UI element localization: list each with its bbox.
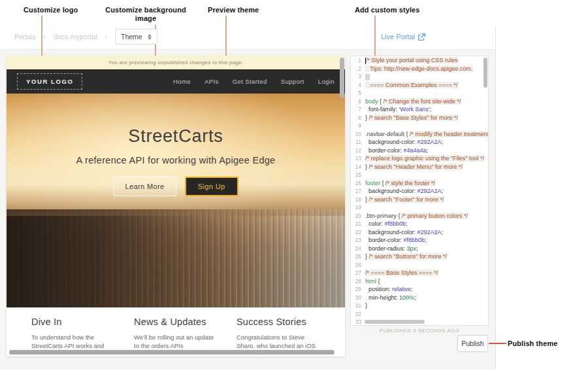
- code-line[interactable]: 23 border-color: #f8bb0b;: [351, 236, 488, 245]
- code-line[interactable]: 1/* Style your portal using CSS rules: [351, 56, 488, 65]
- publish-button[interactable]: Publish: [457, 335, 488, 352]
- code-line[interactable]: 9: [351, 122, 488, 130]
- code-line[interactable]: 3: [351, 73, 488, 81]
- external-link-icon: [418, 33, 425, 41]
- code-line[interactable]: 4 ==== Common Examples ==== */: [351, 81, 488, 90]
- code-line[interactable]: 21 color: #f8bb0b;: [351, 220, 488, 228]
- line-number: 9: [351, 122, 364, 129]
- preview-section: Success StoriesCongratulations to Steve …: [237, 317, 339, 350]
- line-number: 24: [351, 245, 364, 252]
- editor-vscrollbar[interactable]: [483, 58, 487, 88]
- theme-select[interactable]: Theme: [115, 29, 157, 44]
- code-text: body { /* Change the font site-wide */: [364, 98, 488, 105]
- line-number: 2: [351, 65, 364, 72]
- code-line[interactable]: 14} /* search "Header Menu" for more */: [351, 163, 488, 171]
- live-portal-link[interactable]: Live Portal: [381, 33, 425, 41]
- code-line[interactable]: 30 min-height: 100%;: [351, 294, 488, 302]
- code-line[interactable]: 16footer { /* style the footer */: [351, 179, 488, 188]
- code-line[interactable]: 6body { /* Change the font site-wide */: [351, 97, 488, 106]
- code-line[interactable]: 25} /* search "Buttons" for more */: [351, 252, 488, 261]
- preview-section: Dive InTo understand how the StreetCarts…: [31, 317, 134, 350]
- code-text: /* ==== Base Styles ==== */: [364, 269, 488, 276]
- code-text: border-radius: 3px;: [364, 245, 488, 252]
- line-number: 21: [351, 220, 364, 227]
- section-heading: Success Stories: [237, 317, 339, 327]
- line-number: 29: [351, 286, 364, 292]
- line-number: 20: [351, 213, 364, 219]
- code-text: color: #f8bb0b;: [364, 220, 488, 227]
- preview-hscrollbar[interactable]: [9, 350, 335, 355]
- line-number: 33: [351, 319, 364, 325]
- nav-link-login[interactable]: Login: [318, 78, 335, 85]
- code-text: .navbar-default { /* modify the header t…: [364, 131, 488, 137]
- code-line[interactable]: 8} /* search "Base Styles" for more */: [351, 114, 488, 122]
- preview-vscrollbar[interactable]: [340, 58, 344, 98]
- annotation-connector-publish: [489, 343, 506, 344]
- your-logo-placeholder[interactable]: YOUR LOGO: [17, 73, 82, 90]
- code-text: background-color: #292A2A;: [364, 229, 488, 235]
- hero-subtitle: A reference API for working with Apigee …: [7, 155, 345, 165]
- code-text: ==== Common Examples ==== */: [364, 82, 488, 88]
- code-line[interactable]: 12 border-color: #4a4a4a;: [351, 147, 488, 155]
- code-line[interactable]: 5: [351, 89, 488, 97]
- preview-navbar: YOUR LOGO HomeAPIsGet StartedSupportLogi…: [7, 69, 345, 94]
- nav-link-support[interactable]: Support: [281, 78, 304, 85]
- code-line[interactable]: 7 font-family: 'Work Sans';: [351, 105, 488, 114]
- line-number: 8: [351, 114, 364, 121]
- line-number: 32: [351, 311, 364, 317]
- code-line[interactable]: 17 background-color: #292A2A;: [351, 187, 488, 196]
- hero-background-image[interactable]: [7, 209, 345, 307]
- line-number: 5: [351, 90, 364, 96]
- css-editor[interactable]: 1/* Style your portal using CSS rules2 T…: [350, 56, 489, 326]
- code-line[interactable]: 13/* replace logo graphic using the "Fil…: [351, 154, 488, 163]
- section-heading: Dive In: [31, 317, 134, 327]
- nav-link-get-started[interactable]: Get Started: [233, 78, 267, 85]
- code-line[interactable]: 22 background-color: #292A2A;: [351, 228, 488, 237]
- code-line[interactable]: 20.btn-primary { /* primary button color…: [351, 212, 488, 220]
- breadcrumb-portals[interactable]: Portals: [14, 29, 36, 44]
- code-line[interactable]: 24 border-radius: 3px;: [351, 245, 488, 253]
- code-line[interactable]: 28html {: [351, 277, 488, 286]
- line-number: 1: [351, 57, 364, 63]
- published-status: PUBLISHED 5 SECONDS AGO: [350, 328, 489, 334]
- preview-section: News & UpdatesWe'll be rolling out an up…: [134, 317, 237, 350]
- preview-sections: Dive InTo understand how the StreetCarts…: [7, 307, 345, 350]
- code-lines: 1/* Style your portal using CSS rules2 T…: [351, 56, 488, 326]
- code-text: position: relative;: [364, 286, 488, 292]
- code-line[interactable]: 11 background-color: #292A2A;: [351, 138, 488, 147]
- code-line[interactable]: 32: [351, 310, 488, 319]
- line-number: 22: [351, 229, 364, 235]
- annotation-preview-theme: Preview theme: [208, 6, 259, 14]
- code-line[interactable]: 2 Tips: http://new-edge-docs.apigee.com.: [351, 65, 488, 73]
- code-line[interactable]: 15: [351, 171, 488, 179]
- nav-link-home[interactable]: Home: [173, 78, 191, 85]
- code-line[interactable]: 26: [351, 261, 488, 269]
- theme-select-value: Theme: [121, 33, 142, 41]
- breadcrumb-separator: ›: [105, 33, 107, 41]
- code-line[interactable]: 27/* ==== Base Styles ==== */: [351, 269, 488, 277]
- line-number: 13: [351, 155, 364, 162]
- code-text: border-color: #f8bb0b;: [364, 237, 488, 243]
- code-line[interactable]: 19: [351, 203, 488, 212]
- preview-hscrollbar-track[interactable]: [7, 348, 345, 356]
- code-text: [364, 73, 488, 80]
- line-number: 10: [351, 131, 364, 137]
- code-line[interactable]: 18} /* search "Footer" for more */: [351, 196, 488, 204]
- line-number: 15: [351, 171, 364, 178]
- code-line[interactable]: 31}: [351, 302, 488, 310]
- sign-up-button[interactable]: Sign Up: [185, 177, 238, 196]
- line-number: 23: [351, 237, 364, 243]
- code-text: background-color: #292A2A;: [364, 188, 488, 194]
- code-line[interactable]: 29 position: relative;: [351, 285, 488, 294]
- hero-title: StreetCarts: [7, 126, 345, 147]
- portal-preview-pane: You are previewing unpublished changes t…: [7, 56, 345, 356]
- code-text: /* Style your portal using CSS rules: [364, 57, 488, 64]
- learn-more-button[interactable]: Learn More: [113, 177, 176, 196]
- hero-buttons: Learn More Sign Up: [7, 177, 345, 196]
- breadcrumb-portal-name[interactable]: docs-myportal: [54, 29, 97, 44]
- annotation-customize-background: Customize background image: [103, 6, 188, 23]
- code-line[interactable]: 10.navbar-default { /* modify the header…: [351, 130, 488, 139]
- nav-link-apis[interactable]: APIs: [204, 78, 219, 85]
- editor-hscrollbar[interactable]: [365, 320, 425, 324]
- line-number: 6: [351, 98, 364, 105]
